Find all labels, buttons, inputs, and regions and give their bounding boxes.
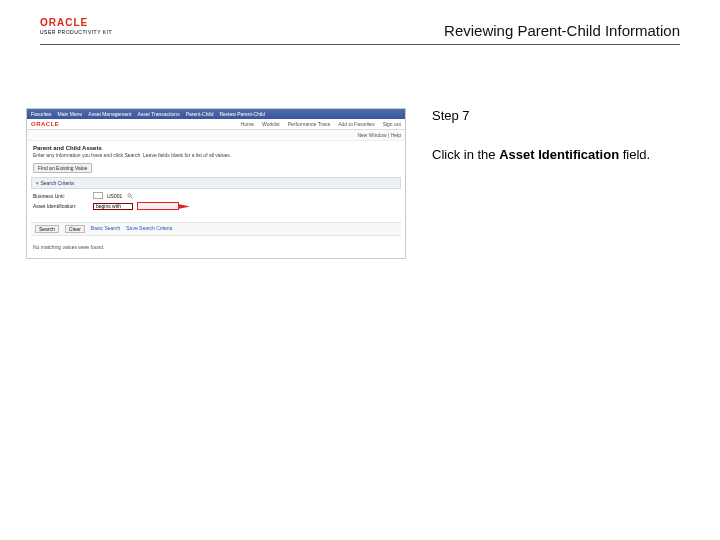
- link-home[interactable]: Home: [241, 121, 254, 127]
- link-add-favorites[interactable]: Add to Favorites: [338, 121, 374, 127]
- find-existing-value-tab[interactable]: Find an Existing Value: [33, 163, 92, 173]
- instruction-text: Click in the Asset Identification field.: [432, 147, 690, 162]
- crumb-parent-child[interactable]: Parent-Child: [186, 111, 214, 117]
- instruction-panel: Step 7 Click in the Asset Identification…: [432, 108, 690, 162]
- new-window-help[interactable]: New Window | Help: [357, 132, 401, 138]
- instruction-text-bold: Asset Identification: [499, 147, 619, 162]
- search-actions: Search Clear Basic Search Save Search Cr…: [31, 222, 401, 236]
- crumb-favorites[interactable]: Favorites: [31, 111, 52, 117]
- basic-search-link[interactable]: Basic Search: [91, 225, 120, 233]
- business-unit-op[interactable]: [93, 192, 103, 199]
- crumb-asset-management[interactable]: Asset Management: [88, 111, 131, 117]
- ps-oracle-logo: ORACLE: [31, 121, 59, 127]
- crumb-review-parent-child[interactable]: Review Parent-Child: [219, 111, 265, 117]
- svg-point-0: [128, 193, 131, 196]
- ps-page-heading: Parent and Child Assets: [27, 141, 405, 152]
- embedded-screenshot: Favorites Main Menu Asset Management Ass…: [26, 108, 406, 259]
- signout-button[interactable]: Sign out: [383, 121, 401, 127]
- search-criteria-header[interactable]: Search Criteria: [31, 177, 401, 189]
- asset-id-op-field[interactable]: [93, 203, 133, 210]
- instruction-text-post: field.: [619, 147, 650, 162]
- ps-page-description: Enter any information you have and click…: [27, 152, 405, 161]
- search-button[interactable]: Search: [35, 225, 59, 233]
- header-divider: [40, 44, 680, 45]
- asset-id-label: Asset Identification:: [33, 203, 89, 209]
- page-title: Reviewing Parent-Child Information: [444, 22, 680, 39]
- ps-breadcrumb: Favorites Main Menu Asset Management Ass…: [27, 109, 405, 119]
- link-performance-trace[interactable]: Performance Trace: [288, 121, 331, 127]
- business-unit-label: Business Unit:: [33, 193, 89, 199]
- asset-id-row: Asset Identification:: [33, 202, 399, 210]
- upk-subtitle: USER PRODUCTIVITY KIT: [40, 29, 112, 35]
- asset-id-highlight[interactable]: [137, 202, 179, 210]
- step-number: Step 7: [432, 108, 690, 123]
- business-unit-row: Business Unit: US001: [33, 192, 399, 199]
- business-unit-value: US001: [107, 193, 122, 199]
- instruction-text-pre: Click in the: [432, 147, 499, 162]
- no-results-message: No matching values were found.: [27, 242, 405, 258]
- oracle-wordmark: ORACLE: [40, 18, 112, 28]
- save-search-link[interactable]: Save Search Criteria: [126, 225, 172, 233]
- svg-line-1: [130, 196, 132, 198]
- link-worklist[interactable]: Worklist: [262, 121, 280, 127]
- crumb-main-menu[interactable]: Main Menu: [58, 111, 83, 117]
- clear-button[interactable]: Clear: [65, 225, 85, 233]
- crumb-asset-transactions[interactable]: Asset Transactions: [137, 111, 179, 117]
- upk-logo-block: ORACLE USER PRODUCTIVITY KIT: [40, 18, 112, 35]
- lookup-icon[interactable]: [126, 192, 133, 199]
